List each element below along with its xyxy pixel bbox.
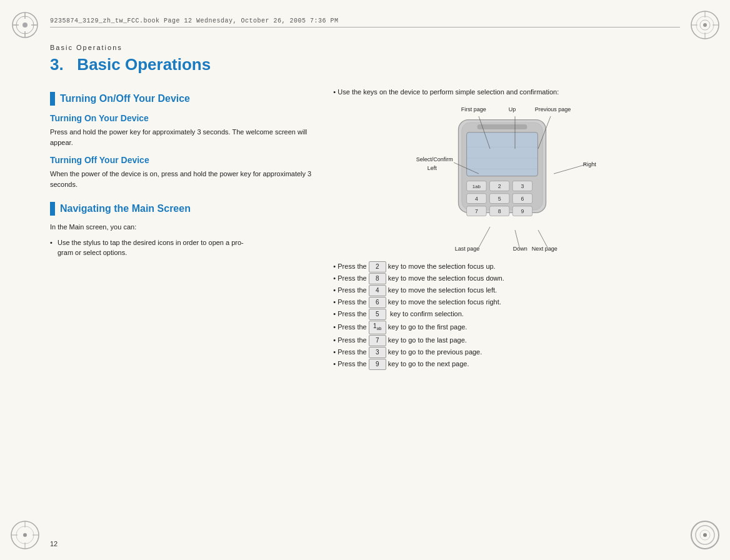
corner-decoration-tl xyxy=(6,6,44,44)
corner-decoration-bl xyxy=(6,516,44,554)
blue-bar-s1 xyxy=(50,92,55,106)
chapter-title: 3. Basic Operations xyxy=(50,55,680,74)
key-line-6: • Press the 7 key to go to the last page… xyxy=(333,335,680,346)
subsection1-body: Press and hold the power key for approxi… xyxy=(50,127,314,148)
section2-intro: In the Main screen, you can: xyxy=(50,222,314,232)
key-7: 7 xyxy=(369,335,386,346)
svg-text:5: 5 xyxy=(498,196,501,202)
key-2: 2 xyxy=(369,261,386,272)
key-3: 3 xyxy=(369,347,386,358)
section2-bullet-list: Use the stylus to tap the desired icons … xyxy=(50,238,314,258)
bullet-item-0: Use the stylus to tap the desired icons … xyxy=(50,238,314,258)
chapter-title-text: Basic Operations xyxy=(77,55,211,74)
device-diagram-container: First page Up Previous page Select/Confi… xyxy=(416,105,598,255)
chapter-label: Basic Operations xyxy=(50,44,680,51)
svg-line-56 xyxy=(479,227,490,248)
key-4: 4 xyxy=(369,285,386,296)
key-line-7: • Press the 3 key to go to the previous … xyxy=(333,347,680,358)
right-column: • Use the keys on the device to perform … xyxy=(333,87,680,371)
two-column-layout: Turning On/Off Your Device Turning On Yo… xyxy=(50,87,680,371)
svg-text:7: 7 xyxy=(475,208,478,214)
file-info: 9235874_3129_zh_tw_FCC.book Page 12 Wedn… xyxy=(50,18,339,24)
svg-text:4: 4 xyxy=(475,196,478,202)
key-6: 6 xyxy=(369,297,386,308)
svg-line-58 xyxy=(538,230,548,248)
key-5: 5 xyxy=(369,309,386,320)
svg-text:8: 8 xyxy=(498,208,501,214)
right-intro: • Use the keys on the device to perform … xyxy=(333,87,680,98)
label-previous-page: Previous page xyxy=(535,106,571,112)
svg-point-25 xyxy=(703,533,707,537)
label-next-page: Next page xyxy=(532,246,558,252)
svg-line-57 xyxy=(515,230,519,248)
svg-point-17 xyxy=(23,533,27,537)
svg-text:2: 2 xyxy=(498,183,501,189)
label-down: Down xyxy=(513,246,528,252)
key-8: 8 xyxy=(369,273,386,284)
corner-decoration-tr xyxy=(686,6,724,44)
blue-bar-s2 xyxy=(50,202,55,216)
chapter-number: 3. xyxy=(50,55,64,74)
key-line-5: • Press the 1ab key to go to the first p… xyxy=(333,321,680,334)
key-line-4: • Press the 5 key to confirm selection. xyxy=(333,309,680,320)
label-last-page: Last page xyxy=(455,246,480,252)
left-column: Turning On/Off Your Device Turning On Yo… xyxy=(50,87,314,371)
page-number: 12 xyxy=(50,540,58,548)
section1-heading: Turning On/Off Your Device xyxy=(50,92,314,106)
page-wrapper: 9235874_3129_zh_tw_FCC.book Page 12 Wedn… xyxy=(0,0,730,560)
section2-heading-text: Navigating the Main Screen xyxy=(60,203,191,214)
label-up: Up xyxy=(509,106,516,112)
header-bar: 9235874_3129_zh_tw_FCC.book Page 12 Wedn… xyxy=(50,18,680,28)
key-lines-container: • Press the 2 key to move the selection … xyxy=(333,261,680,371)
key-line-8: • Press the 9 key to go to the next page… xyxy=(333,359,680,370)
key-1ab: 1ab xyxy=(369,321,386,334)
subsection1-heading: Turning On Your Device xyxy=(50,113,314,123)
label-left: Left xyxy=(428,165,437,171)
svg-point-2 xyxy=(22,22,28,28)
subsection2-body: When the power of the device is on, pres… xyxy=(50,169,314,189)
section2-heading: Navigating the Main Screen xyxy=(50,202,314,216)
svg-point-10 xyxy=(703,23,707,27)
svg-rect-29 xyxy=(466,132,538,176)
key-line-1: • Press the 8 key to move the selection … xyxy=(333,273,680,284)
key-9: 9 xyxy=(369,359,386,370)
label-right: Right xyxy=(583,161,596,168)
key-line-0: • Press the 2 key to move the selection … xyxy=(333,261,680,272)
svg-text:1ab: 1ab xyxy=(472,184,481,189)
svg-text:3: 3 xyxy=(521,183,524,189)
svg-text:9: 9 xyxy=(521,208,524,214)
svg-rect-28 xyxy=(478,124,527,129)
corner-decoration-br xyxy=(686,516,724,554)
content-area: Basic Operations 3. Basic Operations Tur… xyxy=(50,38,680,529)
label-first-page: First page xyxy=(461,106,486,112)
section1-heading-text: Turning On/Off Your Device xyxy=(60,93,190,104)
key-line-2: • Press the 4 key to move the selection … xyxy=(333,285,680,296)
svg-line-55 xyxy=(554,164,586,174)
subsection2-heading: Turning Off Your Device xyxy=(50,155,314,165)
device-svg: 1ab 2 3 4 5 6 7 xyxy=(448,116,557,216)
key-line-3: • Press the 6 key to move the selection … xyxy=(333,297,680,308)
svg-text:6: 6 xyxy=(521,196,524,202)
